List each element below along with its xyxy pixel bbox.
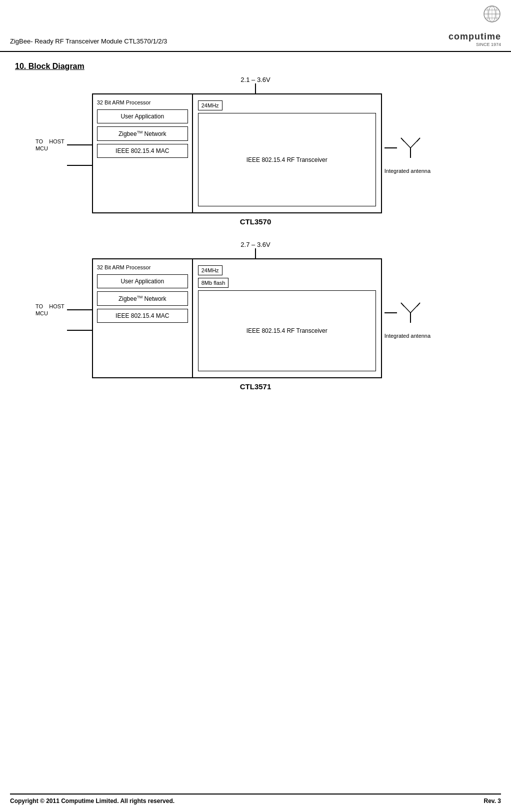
user-app-box-2: User Application [97,274,188,288]
antenna-label-1: Integrated antenna [384,168,430,174]
voltage-label-2: 2.7 – 3.6V [240,241,270,248]
outer-box-1: 32 Bit ARM Processor User Application Zi… [92,93,382,213]
mhz-box-1: 24MHz [198,100,222,110]
host-line-bottom-1 [50,162,92,169]
zigbee-text2-1: Network [142,130,166,137]
rf-inner-box-1: IEEE 802.15.4 RF Transceiver [198,113,376,206]
ieee-mac-box-1: IEEE 802.15.4 MAC [97,144,188,158]
globe-icon [466,5,501,30]
zigbee-text-1: Zigbee [118,130,137,137]
logo-text: computime [448,31,501,42]
outer-box-2: 32 Bit ARM Processor User Application Zi… [92,258,382,378]
host-label-spacer-2 [50,327,64,334]
page-footer: Copyright © 2011 Computime Limited. All … [10,794,501,805]
diagram-ctl3570: 2.1 – 3.6V TO HOST MCU 32 Bit ARM [10,76,501,226]
tm-2: TM [137,295,143,299]
tm-1: TM [137,130,143,134]
rf-connector-line-2 [384,312,397,313]
rf-section-2: 24MHz 8Mb flash IEEE 802.15.4 RF Transce… [193,259,381,377]
logo-area: computime SINCE 1974 [448,5,501,47]
host-mcu-area-2: TO HOST MCU [36,303,92,334]
horizontal-line-top-2 [67,309,92,310]
rf-connector-line-1 [384,147,397,148]
rf-section-1: 24MHz IEEE 802.15.4 RF Transceiver [193,94,381,212]
diagram-label-2: CTL3571 [240,382,272,391]
antenna-line-row-1 [384,133,424,163]
section-heading: 10. Block Diagram [15,62,501,71]
svg-line-11 [401,138,404,141]
antenna-label-2: Integrated antenna [384,333,430,339]
arm-label-1: 32 Bit ARM Processor [97,99,188,105]
horizontal-line-bottom-2 [67,330,92,331]
page-header: ZigBee- Ready RF Transceiver Module CTL3… [0,0,511,52]
logo-since: SINCE 1974 [448,42,501,47]
mhz-box-2: 24MHz [198,265,222,275]
diagram-label-1: CTL3570 [240,217,272,226]
host-line-bottom-2 [50,327,92,334]
host-label-spacer-1 [50,162,64,169]
voltage-label-1: 2.1 – 3.6V [240,76,270,83]
svg-line-17 [417,303,420,306]
diagram-ctl3571: 2.7 – 3.6V TO HOST MCU 32 Bit ARM [10,241,501,391]
antenna-icon-2 [397,298,424,328]
arm-section-2: 32 Bit ARM Processor User Application Zi… [93,259,193,377]
rf-inner-box-2: IEEE 802.15.4 RF Transceiver [198,290,376,371]
diagram-row-2: TO HOST MCU 32 Bit ARM Processor User Ap… [80,258,430,378]
zigbee-text2-2: Network [142,295,166,302]
voltage-line-1 [255,83,256,93]
zigbee-network-box-1: ZigbeeTM Network [97,126,188,141]
user-app-box-1: User Application [97,109,188,123]
flash-box-2: 8Mb flash [198,278,229,288]
host-mcu-area-1: TO HOST MCU [36,138,92,169]
zigbee-text-2: Zigbee [118,295,137,302]
horizontal-line-bottom-1 [67,165,92,166]
footer-copyright: Copyright © 2011 Computime Limited. All … [10,798,174,805]
antenna-icon-1 [397,133,424,163]
zigbee-network-box-2: ZigbeeTM Network [97,291,188,306]
antenna-area-1: Integrated antenna [384,133,430,174]
header-title: ZigBee- Ready RF Transceiver Module CTL3… [10,37,167,47]
svg-line-12 [417,138,420,141]
horizontal-line-top-1 [67,144,92,145]
host-label-1: TO HOST MCU [36,138,64,152]
voltage-line-2 [255,248,256,258]
arm-label-2: 32 Bit ARM Processor [97,264,188,270]
host-line-top-1: TO HOST MCU [36,138,92,152]
host-line-top-2: TO HOST MCU [36,303,92,317]
diagram-wrapper: 2.1 – 3.6V TO HOST MCU 32 Bit ARM [0,76,511,391]
diagram-row-1: TO HOST MCU 32 Bit ARM Processor User Ap… [80,93,430,213]
ieee-mac-box-2: IEEE 802.15.4 MAC [97,309,188,323]
host-label-2: TO HOST MCU [36,303,64,317]
footer-revision: Rev. 3 [484,798,501,805]
arm-section-1: 32 Bit ARM Processor User Application Zi… [93,94,193,212]
antenna-area-2: Integrated antenna [384,298,430,339]
antenna-line-row-2 [384,298,424,328]
svg-line-16 [401,303,404,306]
